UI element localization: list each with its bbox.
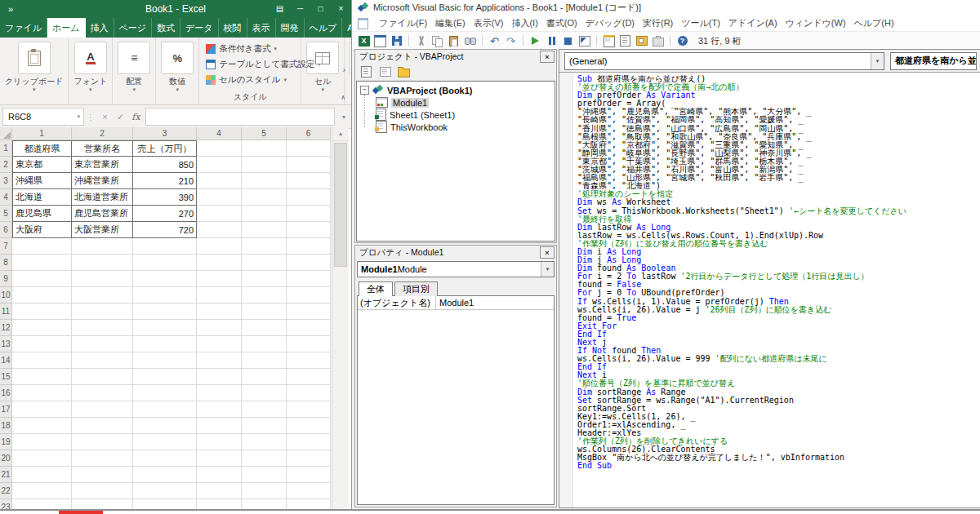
tree-expander-icon[interactable]: − [360, 86, 369, 95]
copy-button[interactable] [430, 34, 444, 48]
formula-input[interactable] [145, 108, 335, 126]
code-line-36[interactable]: End If [577, 363, 980, 371]
restore-icon[interactable]: □ [310, 0, 331, 18]
cell-r23c2[interactable] [72, 499, 133, 509]
chevron-down-icon[interactable]: ▾ [871, 53, 884, 69]
ribbon-collapse-icon[interactable]: ∧ [341, 94, 345, 101]
cell-r3c6[interactable] [287, 173, 331, 189]
menu-item-10[interactable]: ヘルプ(H) [850, 17, 898, 29]
menu-item-3[interactable]: 挿入(I) [507, 17, 541, 29]
cell-r11c4[interactable] [197, 304, 242, 320]
cell-r18c1[interactable] [12, 418, 72, 434]
col-header-5[interactable]: 5 [242, 127, 287, 140]
cell-r6c3[interactable]: 720 [133, 222, 197, 238]
cell-r23c5[interactable] [242, 499, 287, 509]
cell-r10c6[interactable] [287, 287, 331, 304]
cell-r23c6[interactable] [287, 499, 331, 509]
row-header-6[interactable]: 6 [0, 222, 12, 238]
cell-r22c2[interactable] [72, 483, 133, 499]
row-header-5[interactable]: 5 [0, 206, 12, 222]
row-header-20[interactable]: 20 [0, 450, 12, 467]
cell-r14c5[interactable] [242, 352, 287, 369]
cell-r7c5[interactable] [242, 238, 287, 255]
ribbon-tab-7[interactable]: 表示 [247, 18, 276, 38]
close-icon[interactable]: × [540, 246, 555, 259]
cell-r7c3[interactable] [133, 238, 197, 255]
cell-r6c6[interactable] [287, 222, 331, 238]
font-icon[interactable]: A [74, 42, 107, 74]
ribbon-tab-3[interactable]: ページ [114, 18, 153, 38]
cell-r23c3[interactable] [133, 499, 197, 509]
col-header-6[interactable]: 6 [287, 127, 331, 140]
scrollbar-thumb[interactable] [334, 143, 347, 267]
cell-r23c1[interactable] [12, 499, 72, 509]
menu-item-7[interactable]: ツール(T) [677, 17, 724, 29]
tree-item-1[interactable]: Sheet1 (Sheet1) [364, 109, 555, 121]
cell-r11c3[interactable] [133, 304, 197, 320]
cell-r2c2[interactable]: 東京営業所 [72, 157, 133, 173]
cell-r16c4[interactable] [197, 385, 242, 401]
menu-item-2[interactable]: 表示(V) [470, 17, 508, 29]
cell-r18c3[interactable] [133, 418, 197, 434]
style-menu-item-2[interactable]: セルのスタイル▾ [206, 72, 287, 87]
ribbon-tab-5[interactable]: データ [180, 18, 219, 38]
properties-tab-0[interactable]: 全体 [359, 281, 393, 296]
col-header-1[interactable]: 1 [12, 127, 72, 140]
code-line-29[interactable]: ws.Cells(i, 26).Value = j '26列目（Z列）に順位を書… [577, 306, 980, 314]
cell-r2c5[interactable] [242, 157, 287, 173]
cell-r20c3[interactable] [133, 450, 197, 467]
cell-r11c1[interactable] [12, 304, 72, 320]
row-header-10[interactable]: 10 [0, 287, 12, 304]
cell-r5c3[interactable]: 270 [133, 206, 197, 222]
cell-r15c5[interactable] [242, 369, 287, 385]
cell-r13c1[interactable] [12, 336, 72, 352]
cell-r4c2[interactable]: 北海道営業所 [72, 189, 133, 206]
undo-button[interactable]: ↶ [488, 34, 501, 48]
cell-r12c6[interactable] [287, 320, 331, 336]
cell-r13c5[interactable] [242, 336, 287, 352]
cell-r14c6[interactable] [287, 352, 331, 369]
close-icon[interactable]: × [331, 0, 351, 18]
cell-r10c3[interactable] [133, 287, 197, 304]
cell-r15c4[interactable] [197, 369, 242, 385]
cell-r16c2[interactable] [72, 385, 133, 401]
cell-r1c5[interactable] [242, 140, 287, 157]
cell-r21c6[interactable] [287, 467, 331, 483]
insert-userform-button[interactable] [373, 34, 387, 48]
chevron-down-icon[interactable]: ▾ [176, 86, 180, 93]
row-header-1[interactable]: 1 [0, 140, 12, 157]
row-header-8[interactable]: 8 [0, 255, 12, 271]
cell-r20c2[interactable] [72, 450, 133, 467]
cell-r4c5[interactable] [242, 189, 287, 206]
cell-r19c2[interactable] [72, 434, 133, 450]
cell-r19c3[interactable] [133, 434, 197, 450]
cell-r17c2[interactable] [72, 401, 133, 418]
cell-r12c5[interactable] [242, 320, 287, 336]
cell-r17c5[interactable] [242, 401, 287, 418]
cell-r13c2[interactable] [72, 336, 133, 352]
cell-r1c1[interactable]: 都道府県 [12, 140, 72, 157]
cell-r8c3[interactable] [133, 255, 197, 271]
style-menu-item-1[interactable]: テーブルとして書式設定▾ [206, 56, 321, 72]
cell-r21c2[interactable] [72, 467, 133, 483]
cell-r4c3[interactable]: 390 [133, 189, 197, 206]
cell-r5c4[interactable] [197, 206, 242, 222]
cell-r3c5[interactable] [242, 173, 287, 189]
clipboard-icon[interactable] [18, 42, 51, 74]
tree-item-0[interactable]: Module1 [364, 96, 555, 109]
cell-r18c4[interactable] [197, 418, 242, 434]
cell-r19c5[interactable] [242, 434, 287, 450]
cell-r5c5[interactable] [242, 206, 287, 222]
enter-icon[interactable]: ✓ [113, 112, 128, 122]
ribbon-tab-9[interactable]: ヘルプ [305, 18, 343, 38]
property-value[interactable]: Module1 [436, 298, 474, 308]
style-menu-item-0[interactable]: 条件付き書式▾ [206, 41, 277, 56]
cell-r16c1[interactable] [12, 385, 72, 401]
procedure-dropdown[interactable]: 都道府県を南から並び替 [890, 52, 977, 70]
property-row[interactable]: (オブジェクト名) Module1 [358, 296, 554, 310]
cell-r2c4[interactable] [197, 157, 242, 173]
cell-r10c4[interactable] [197, 287, 242, 304]
cell-r7c2[interactable] [72, 238, 133, 255]
chevron-down-icon[interactable]: ▾ [322, 86, 325, 93]
code-line-35[interactable]: ws.Cells(i, 26).Value = 999 '配列にない都道府県は末… [577, 355, 980, 363]
